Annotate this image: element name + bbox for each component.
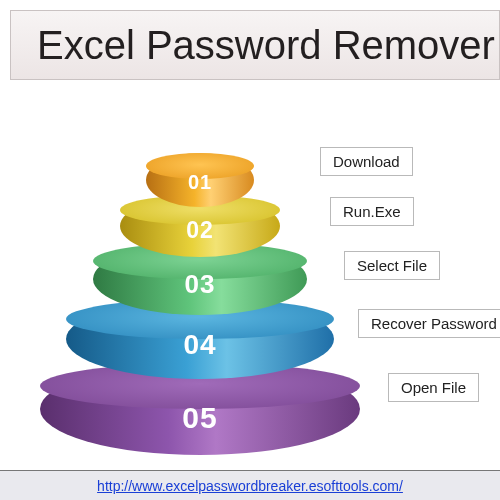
step-label: Select File [357,257,427,274]
level-number: 04 [183,329,216,361]
step-label: Download [333,153,400,170]
step-run-exe: Run.Exe [330,197,414,226]
step-label: Open File [401,379,466,396]
level-number: 01 [188,171,212,194]
pyramid-level-1: 01 [146,153,254,207]
step-recover-password: Recover Password [358,309,500,338]
level-number: 03 [185,269,216,300]
pyramid-diagram: 05 04 03 02 01 Download Run.Exe Select F… [0,85,500,465]
footer-link[interactable]: http://www.excelpasswordbreaker.esofttoo… [97,478,403,494]
step-download: Download [320,147,413,176]
step-label: Run.Exe [343,203,401,220]
level-number: 02 [186,217,214,244]
level-number: 05 [182,401,217,435]
step-open-file: Open File [388,373,479,402]
footer-bar: http://www.excelpasswordbreaker.esofttoo… [0,470,500,500]
step-select-file: Select File [344,251,440,280]
step-label: Recover Password [371,315,497,332]
title-band: Excel Password Remover [10,10,500,80]
page-title: Excel Password Remover [37,23,495,68]
